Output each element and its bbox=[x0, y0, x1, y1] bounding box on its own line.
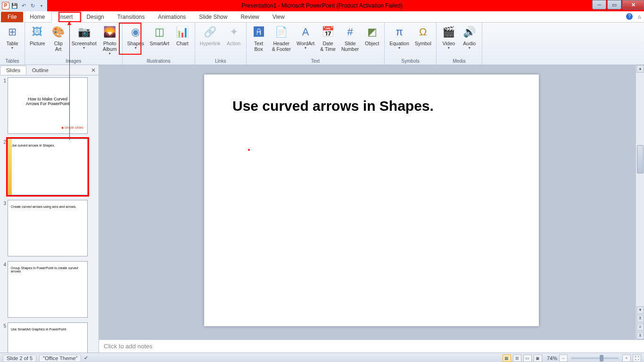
zoom-slider-thumb[interactable] bbox=[600, 355, 603, 362]
button-label: Chart bbox=[176, 41, 189, 46]
slide-panel-tabs: Slides Outline ✕ bbox=[0, 65, 99, 75]
object-button[interactable]: ◩Object bbox=[363, 24, 381, 58]
fit-window-button[interactable]: ⛶ bbox=[633, 354, 641, 362]
tab-animations[interactable]: Animations bbox=[151, 12, 192, 22]
tab-transitions[interactable]: Transitions bbox=[111, 12, 151, 22]
slide-canvas[interactable]: Use curved arrows in Shapes. bbox=[204, 74, 539, 326]
thumb-title: Create curved arrows using arcs and arro… bbox=[11, 205, 84, 208]
quick-access-toolbar: P 💾 ↶ ↻ ▾ bbox=[0, 0, 47, 11]
outline-tab[interactable]: Outline bbox=[26, 66, 54, 74]
reading-view-button[interactable]: ▭ bbox=[523, 354, 532, 362]
dropdown-icon: ▼ bbox=[447, 46, 450, 49]
button-label: Hyperlink bbox=[200, 41, 221, 46]
photo-album-button[interactable]: 🌄Photo Album▼ bbox=[100, 24, 119, 58]
slide-title[interactable]: Use curved arrows in Shapes. bbox=[232, 98, 511, 114]
slideshow-view-button[interactable]: ▣ bbox=[534, 354, 542, 362]
scroll-down-icon[interactable]: ▼ bbox=[636, 306, 644, 314]
slide-number-icon: # bbox=[343, 25, 358, 40]
maximize-button[interactable]: ▭ bbox=[607, 0, 621, 9]
help-icon[interactable]: ? bbox=[626, 13, 633, 20]
minimize-ribbon-icon[interactable]: △ bbox=[638, 14, 641, 19]
slides-tab[interactable]: Slides bbox=[0, 66, 26, 75]
minimize-button[interactable]: ─ bbox=[592, 0, 606, 9]
next-slide-icon[interactable]: ⊻ bbox=[636, 332, 644, 339]
group-label: Tables bbox=[6, 58, 19, 65]
thumb-title: How to Make Curved Arrows For PowerPoint bbox=[11, 97, 84, 106]
slide-number-button[interactable]: #Slide Number bbox=[339, 24, 361, 58]
thumb-row: 3Create curved arrows using arcs and arr… bbox=[1, 200, 98, 256]
dropdown-icon: ▼ bbox=[108, 52, 111, 55]
slide-thumbnail-3[interactable]: Create curved arrows using arcs and arro… bbox=[8, 200, 88, 256]
undo-icon[interactable]: ↶ bbox=[20, 2, 27, 9]
slide-thumbnails: 1How to Make Curved Arrows For PowerPoin… bbox=[0, 75, 99, 353]
thumb-row: 5Use SmartArt Graphics in PowerPoint bbox=[1, 322, 98, 353]
sorter-view-button[interactable]: ⊞ bbox=[513, 354, 521, 362]
shapes-button[interactable]: ◉Shapes▼ bbox=[125, 24, 146, 58]
slide-thumbnail-5[interactable]: Use SmartArt Graphics in PowerPoint bbox=[8, 322, 88, 353]
tab-slide-show[interactable]: Slide Show bbox=[192, 12, 234, 22]
redo-icon[interactable]: ↻ bbox=[29, 2, 36, 9]
button-label: Table bbox=[6, 41, 18, 46]
group-images: 🖼Picture🎨Clip Art📷Screenshot▼🌄Photo Albu… bbox=[25, 23, 123, 65]
button-label: Header & Footer bbox=[272, 41, 291, 52]
smartart-button[interactable]: ◫SmartArt bbox=[148, 24, 171, 58]
tab-design[interactable]: Design bbox=[80, 12, 110, 22]
tab-review[interactable]: Review bbox=[234, 12, 265, 22]
header---footer-icon: 📄 bbox=[274, 25, 289, 40]
slide-thumbnail-1[interactable]: How to Make Curved Arrows For PowerPoint… bbox=[8, 77, 88, 134]
close-button[interactable]: ✕ bbox=[622, 0, 644, 9]
save-icon[interactable]: 💾 bbox=[11, 2, 18, 9]
text-box-icon: 🅰 bbox=[251, 25, 266, 40]
date---time-button[interactable]: 📅Date & Time bbox=[318, 24, 338, 58]
group-tables: ⊞Table▼Tables bbox=[0, 23, 25, 65]
zoom-slider[interactable] bbox=[571, 357, 619, 359]
vertical-scrollbar[interactable]: ▲ ▼ ⊼ ≡ ⊻ bbox=[636, 65, 644, 339]
button-label: Date & Time bbox=[320, 41, 336, 52]
equation-button[interactable]: πEquation▼ bbox=[388, 24, 411, 58]
screenshot-button[interactable]: 📷Screenshot▼ bbox=[70, 24, 99, 58]
action-button: ✦Action bbox=[224, 24, 243, 58]
shapes-icon: ◉ bbox=[128, 25, 143, 40]
normal-view-button[interactable]: ▦ bbox=[503, 354, 511, 362]
audio-button[interactable]: 🔊Audio▼ bbox=[460, 24, 479, 58]
tab-home[interactable]: Home bbox=[23, 12, 51, 22]
window-controls: ─ ▭ ✕ bbox=[591, 0, 644, 9]
tab-insert[interactable]: Insert bbox=[51, 11, 80, 23]
header---footer-button[interactable]: 📄Header & Footer bbox=[270, 24, 293, 58]
slide-thumbnail-4[interactable]: Group Shapes in PowerPoint to create cur… bbox=[8, 261, 88, 318]
button-label: Clip Art bbox=[54, 41, 63, 52]
scroll-up-icon[interactable]: ▲ bbox=[636, 65, 644, 73]
canvas-scroll[interactable]: Use curved arrows in Shapes. ▲ ▼ ⊼ ≡ ⊻ bbox=[99, 65, 644, 339]
button-label: SmartArt bbox=[149, 41, 169, 46]
chart-button[interactable]: 📊Chart bbox=[173, 24, 192, 58]
slide-counter: Slide 2 of 5 bbox=[3, 354, 36, 362]
nav-menu-icon[interactable]: ≡ bbox=[636, 323, 644, 331]
spellcheck-icon[interactable]: ✔ bbox=[84, 355, 88, 361]
text-box-button[interactable]: 🅰Text Box bbox=[249, 24, 268, 58]
symbol-icon: Ω bbox=[415, 25, 430, 40]
dropdown-icon: ▼ bbox=[83, 46, 86, 49]
group-text: 🅰Text Box📄Header & FooterAWordArt▼📅Date … bbox=[247, 23, 385, 65]
symbol-button[interactable]: ΩSymbol bbox=[413, 24, 433, 58]
zoom-out-button[interactable]: − bbox=[559, 354, 568, 362]
thumb-number: 3 bbox=[1, 200, 8, 206]
close-panel-icon[interactable]: ✕ bbox=[91, 67, 96, 74]
notes-pane[interactable]: Click to add notes bbox=[99, 339, 644, 353]
zoom-in-button[interactable]: + bbox=[622, 354, 631, 362]
tab-view[interactable]: View bbox=[266, 12, 291, 22]
picture-icon: 🖼 bbox=[30, 25, 45, 40]
prev-slide-icon[interactable]: ⊼ bbox=[636, 315, 644, 322]
thumb-row: 1How to Make Curved Arrows For PowerPoin… bbox=[1, 77, 98, 134]
video-button[interactable]: 🎬Video▼ bbox=[439, 24, 458, 58]
table-button[interactable]: ⊞Table▼ bbox=[3, 24, 22, 58]
slide-thumbnail-2[interactable]: Use curved arrows in Shapes. bbox=[8, 139, 88, 195]
ribbon-tabs: File HomeInsertDesignTransitionsAnimatio… bbox=[0, 11, 644, 23]
button-label: Video bbox=[442, 41, 455, 46]
file-tab[interactable]: File bbox=[1, 12, 23, 22]
qat-dropdown-icon[interactable]: ▾ bbox=[38, 2, 45, 9]
button-label: Shapes bbox=[127, 41, 144, 46]
clip-art-button[interactable]: 🎨Clip Art bbox=[49, 24, 68, 58]
scroll-thumb[interactable] bbox=[637, 145, 644, 173]
picture-button[interactable]: 🖼Picture bbox=[28, 24, 47, 58]
wordart-button[interactable]: AWordArt▼ bbox=[295, 24, 316, 58]
